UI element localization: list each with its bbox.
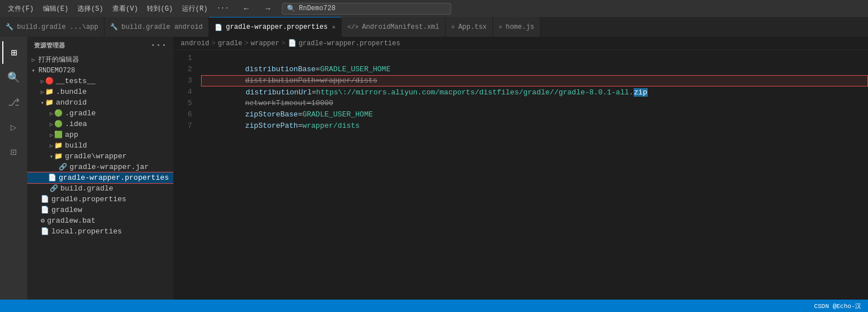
- activity-explorer[interactable]: ⊞: [2, 41, 25, 64]
- breadcrumb-sep3: >: [281, 40, 285, 47]
- activity-extensions[interactable]: ⊡: [2, 141, 25, 163]
- menu-edit[interactable]: 编辑(E): [40, 3, 72, 15]
- breadcrumb-sep1: >: [211, 40, 215, 47]
- menu-select[interactable]: 选择(S): [74, 3, 107, 15]
- android-icon: 📁: [45, 98, 54, 107]
- idea-icon: 🟢: [54, 120, 63, 128]
- sidebar-item-gradle-wrapper-jar[interactable]: 🔗 gradle-wrapper.jar: [27, 162, 173, 172]
- activity-bar: ⊞ 🔍 ⎇ ▷ ⊡: [0, 37, 27, 300]
- open-editors-section[interactable]: ▷ 打开的编辑器: [27, 54, 173, 66]
- gradle-wrapper-folder-chevron: ▾: [50, 153, 53, 160]
- root-chevron: ▾: [32, 67, 35, 74]
- activity-run[interactable]: ▷: [2, 116, 25, 138]
- build-gradle-icon: 🔗: [50, 184, 58, 193]
- sidebar-item-gradlew-bat[interactable]: ⚙ gradlew.bat: [27, 215, 173, 226]
- nav-back-button[interactable]: ←: [239, 3, 254, 14]
- app-icon: 🟩: [54, 131, 63, 139]
- sidebar-item-app[interactable]: ▷ 🟩 app: [27, 129, 173, 140]
- breadcrumb-file[interactable]: gradle-wrapper.properties: [299, 40, 400, 47]
- sidebar-item-dotgradle[interactable]: ▷ 🟢 .gradle: [27, 108, 173, 119]
- tab-icon-build-android: 🔧: [110, 23, 118, 31]
- sidebar-item-gradlew[interactable]: 📄 gradlew: [27, 205, 173, 215]
- sidebar: 资源管理器 ··· ▷ 打开的编辑器 ▾ RNDEMO728 ▷ 🔴 __tes…: [27, 37, 174, 300]
- menu-view[interactable]: 查看(V): [109, 3, 142, 15]
- sidebar-more-icon[interactable]: ···: [150, 40, 167, 50]
- gradle-wrapper-folder-label: gradle\wrapper: [65, 152, 127, 161]
- bundle-icon: 📁: [45, 88, 54, 96]
- sidebar-item-tests[interactable]: ▷ 🔴 __tests__: [27, 76, 173, 86]
- android-chevron: ▾: [41, 99, 44, 106]
- breadcrumb-android[interactable]: android: [181, 40, 209, 47]
- sidebar-item-bundle[interactable]: ▷ 📁 .bundle: [27, 86, 173, 97]
- gradle-properties-label: gradle.properties: [51, 195, 127, 203]
- code-lines: distributionBase=GRADLE_USER_HOME distri…: [197, 53, 868, 297]
- sidebar-item-gradle-wrapper-folder[interactable]: ▾ 📁 gradle\wrapper: [27, 151, 173, 162]
- line-num-5: 5: [178, 98, 192, 109]
- breadcrumb-wrapper[interactable]: wrapper: [251, 40, 279, 47]
- menu-goto[interactable]: 转到(G): [143, 3, 176, 15]
- line-num-6: 6: [178, 109, 192, 120]
- menu-file[interactable]: 文件(F): [5, 3, 37, 15]
- gradle-props-label: gradle-wrapper.properties: [59, 174, 169, 182]
- idea-chevron: ▷: [50, 121, 53, 128]
- nav-forward-button[interactable]: →: [260, 3, 275, 14]
- code-line-7: [201, 120, 868, 132]
- sidebar-item-local-properties[interactable]: 📄 local.properties: [27, 226, 173, 237]
- root-folder[interactable]: ▾ RNDEMO728: [27, 66, 173, 76]
- tab-label-build-android: build.gradle android: [121, 23, 203, 31]
- main-area: ⊞ 🔍 ⎇ ▷ ⊡ 资源管理器 ··· ▷ 打开的编辑器 ▾ RNDEMO728…: [0, 37, 868, 300]
- sidebar-item-build[interactable]: ▷ 📁 build: [27, 140, 173, 151]
- code-line-1: distributionBase=GRADLE_USER_HOME: [201, 53, 868, 64]
- sidebar-item-idea[interactable]: ▷ 🟢 .idea: [27, 119, 173, 129]
- bundle-chevron: ▷: [41, 89, 44, 96]
- code-editor[interactable]: 1 2 3 4 5 6 7 distributionBase=GRADLE_US…: [174, 50, 868, 300]
- dotgradle-chevron: ▷: [50, 110, 53, 117]
- local-props-icon: 📄: [41, 227, 49, 236]
- activity-git[interactable]: ⎇: [2, 91, 25, 114]
- editor-area: android > gradle > wrapper > 📄 gradle-wr…: [174, 37, 868, 300]
- sidebar-item-gradle-wrapper-properties[interactable]: 📄 gradle-wrapper.properties: [27, 172, 173, 183]
- code-line-5: zipStoreBase=GRADLE_USER_HOME: [201, 98, 868, 109]
- tab-build-app[interactable]: 🔧 build.gradle ...\app: [0, 17, 104, 37]
- tab-app-tsx[interactable]: ⚛ App.tsx: [446, 17, 493, 37]
- tab-androidmanifest[interactable]: </> AndroidManifest.xml: [342, 17, 446, 37]
- line-num-3: 3: [178, 75, 192, 86]
- tab-gradle-wrapper-properties[interactable]: 📄 gradle-wrapper.properties ✕: [209, 17, 342, 37]
- tests-chevron: ▷: [41, 78, 44, 85]
- line-num-1: 1: [178, 53, 192, 64]
- global-search[interactable]: 🔍 RnDemo728: [282, 3, 451, 15]
- gradle-jar-icon: 🔗: [59, 163, 67, 171]
- build-icon: 📁: [54, 141, 63, 150]
- breadcrumb-sep2: >: [245, 40, 248, 47]
- menu-run[interactable]: 运行(R): [178, 3, 211, 15]
- activity-search[interactable]: 🔍: [2, 66, 25, 89]
- sidebar-item-build-gradle[interactable]: 🔗 build.gradle: [27, 183, 173, 194]
- sidebar-header: 资源管理器 ···: [27, 37, 173, 54]
- tab-close-gradle-wrapper[interactable]: ✕: [332, 24, 335, 31]
- tab-label-androidmanifest: AndroidManifest.xml: [362, 23, 439, 31]
- sidebar-item-android[interactable]: ▾ 📁 android: [27, 97, 173, 108]
- root-label: RNDEMO728: [38, 67, 75, 75]
- line-numbers: 1 2 3 4 5 6 7: [174, 53, 197, 297]
- idea-label: .idea: [65, 120, 87, 128]
- app-chevron: ▷: [50, 132, 53, 138]
- code-line-4: networkTimeout=10000: [201, 86, 868, 98]
- tab-label-build-app: build.gradle ...\app: [17, 23, 98, 31]
- breadcrumb-file-icon: 📄: [288, 39, 296, 47]
- dotgradle-label: .gradle: [65, 109, 96, 118]
- tab-build-android[interactable]: 🔧 build.gradle android: [104, 17, 209, 37]
- tests-label: __tests__: [56, 77, 95, 85]
- gradlew-icon: 📄: [41, 206, 49, 214]
- gradle-props-icon: 📄: [48, 174, 56, 182]
- gradlew-bat-icon: ⚙: [41, 216, 45, 225]
- status-credit: CSDN @Echo-汉: [814, 302, 861, 310]
- menu-more[interactable]: ···: [213, 3, 233, 14]
- tab-label-home-js: home.js: [505, 23, 534, 31]
- tab-home-js[interactable]: ⚛ home.js: [493, 17, 540, 37]
- code-line-3: distributionUrl=https\://mirrors.aliyun.…: [201, 75, 868, 86]
- gradlew-label: gradlew: [51, 206, 82, 214]
- sidebar-item-gradle-properties[interactable]: 📄 gradle.properties: [27, 194, 173, 205]
- tab-icon-home-js: ⚛: [499, 23, 503, 31]
- open-editors-chevron: ▷: [32, 57, 35, 63]
- breadcrumb-gradle[interactable]: gradle: [218, 40, 242, 47]
